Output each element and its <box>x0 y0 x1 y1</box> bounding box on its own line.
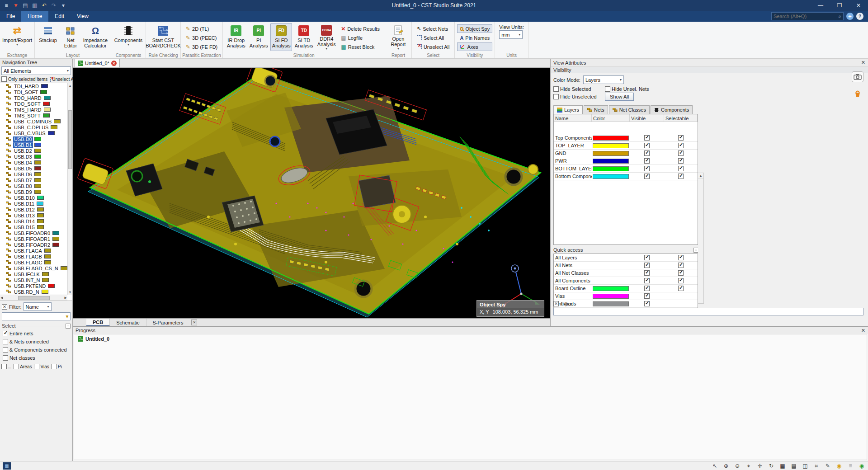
net-color-swatch[interactable] <box>54 119 61 123</box>
scroll-up-icon[interactable]: ▲ <box>68 83 72 88</box>
quick-color-swatch[interactable] <box>593 294 629 299</box>
mini-option[interactable]: Pi <box>52 364 62 369</box>
net-color-swatch[interactable] <box>37 202 43 206</box>
net-color-swatch[interactable] <box>34 172 41 176</box>
tree-item[interactable]: USB.D0 <box>0 136 67 142</box>
status-icon[interactable]: ↖ <box>711 463 718 469</box>
option-checkbox[interactable] <box>1 364 7 369</box>
table-scrollbar[interactable]: ▲ <box>698 173 704 304</box>
net-color-swatch[interactable] <box>37 207 44 212</box>
selectable-checkbox[interactable] <box>678 158 684 164</box>
status-icon[interactable]: ⌖ <box>745 463 752 469</box>
quick-access-row[interactable]: All Layers <box>554 254 698 262</box>
net-color-swatch[interactable] <box>43 102 50 106</box>
open-report-button[interactable]: Open Report ▾ <box>387 23 409 51</box>
layer-color-swatch[interactable] <box>593 136 629 141</box>
attributes-filter-input[interactable] <box>553 308 863 315</box>
net-color-swatch[interactable] <box>34 190 41 194</box>
option-checkbox[interactable] <box>34 364 39 369</box>
quick-access-row[interactable]: All Components <box>554 277 698 285</box>
net-color-swatch[interactable] <box>61 266 67 270</box>
boardcheck-button[interactable]: Start CST BOARDCHECK <box>148 23 178 51</box>
visible-checkbox[interactable] <box>644 293 650 299</box>
visible-checkbox[interactable] <box>644 270 650 276</box>
hide-selected-option[interactable]: Hide Selected <box>553 86 603 92</box>
option-checkbox[interactable] <box>14 364 19 369</box>
scroll-up-icon[interactable]: ▲ <box>698 173 703 179</box>
search-input[interactable] <box>774 14 838 19</box>
net-color-swatch[interactable] <box>42 290 48 294</box>
hide-unsel-nets-option[interactable]: Hide Unsel. Nets <box>605 86 865 92</box>
tree-item[interactable]: USB.D12 <box>0 207 67 212</box>
unselect-all-link[interactable]: Unselect All <box>52 77 75 82</box>
layer-row[interactable]: PWR <box>554 157 698 165</box>
tab-pcb[interactable]: PCB <box>86 319 110 326</box>
quick-color-swatch[interactable] <box>593 255 629 260</box>
net-color-swatch[interactable] <box>48 131 55 135</box>
net-color-swatch[interactable] <box>37 213 44 217</box>
minimize-button[interactable]: — <box>811 0 830 11</box>
tree-item[interactable]: USB.D10 <box>0 195 67 201</box>
net-color-swatch[interactable] <box>34 160 41 164</box>
tree-item[interactable]: USB.D8 <box>0 183 67 189</box>
units-select[interactable]: mm ▾ <box>499 30 523 39</box>
layer-row[interactable]: GND <box>554 150 698 157</box>
layer-row[interactable]: TOP_LAYER <box>554 142 698 150</box>
status-icon[interactable]: ◉ <box>835 463 843 469</box>
object-spy-button[interactable]: Object Spy <box>457 24 492 33</box>
delete-results-button[interactable]: ✕ Delete Results <box>338 24 382 33</box>
selectable-checkbox[interactable] <box>678 174 684 179</box>
quick-access-row[interactable]: Board Outline <box>554 285 698 292</box>
status-icon[interactable]: ✛ <box>756 463 764 469</box>
net-color-swatch[interactable] <box>34 137 41 141</box>
assistant-icon[interactable]: ✦ <box>846 13 854 20</box>
tree-item[interactable]: TDO_HARD <box>0 95 67 101</box>
selectable-checkbox[interactable] <box>678 270 684 276</box>
net-color-swatch[interactable] <box>42 278 49 282</box>
hide-selected-checkbox[interactable] <box>553 86 559 92</box>
only-selected-checkbox[interactable] <box>1 76 7 82</box>
status-icon[interactable]: ✎ <box>824 463 831 469</box>
net-color-swatch[interactable] <box>41 84 48 88</box>
tree-item[interactable]: USB.IFCLK <box>0 271 67 277</box>
hide-unselected-option[interactable]: Hide Unselected <box>553 93 603 101</box>
tab-components[interactable]: Components <box>651 105 693 114</box>
tab-s-parameters[interactable]: S-Parameters <box>146 319 190 326</box>
option-checkbox[interactable] <box>3 339 8 344</box>
tree-item[interactable]: USB.D2 <box>0 148 67 154</box>
layer-row[interactable]: Top Components <box>554 134 698 142</box>
status-icon[interactable]: ◉ <box>858 463 865 469</box>
3d-peec-button[interactable]: ✎ 3D (PEEC) <box>183 33 220 42</box>
option-checkbox[interactable] <box>52 364 57 369</box>
close-view-icon[interactable]: ✕ <box>191 320 197 325</box>
quick-color-swatch[interactable] <box>593 278 629 283</box>
layer-color-swatch[interactable] <box>593 166 629 171</box>
net-color-swatch[interactable] <box>43 113 50 118</box>
status-icon[interactable]: ▦ <box>779 463 786 469</box>
paint-bucket-icon[interactable] <box>853 89 862 99</box>
tab-view[interactable]: View <box>71 11 95 22</box>
tab-file[interactable]: File <box>0 11 21 22</box>
tree-horizontal-scrollbar[interactable]: ◀ ▶ <box>0 295 67 301</box>
net-list[interactable]: TDI_HARD TDI_SOFT TDO_HARD TDO_SOFT <box>0 83 67 295</box>
quick-access-icon[interactable]: ≡ <box>2 1 11 10</box>
si-fd-analysis-button[interactable]: FD SI FD Analysis <box>270 23 292 51</box>
reset-block-button[interactable]: ▦ Reset Block <box>338 42 382 51</box>
layer-color-swatch[interactable] <box>593 159 629 164</box>
stackup-button[interactable]: Stackup <box>37 23 59 51</box>
tree-item[interactable]: USB.D11 <box>0 201 67 207</box>
filter-by-select[interactable]: Name ▾ <box>24 302 52 311</box>
import-export-button[interactable]: ⇄ Import/Export ▾ <box>2 23 32 51</box>
tree-item[interactable]: USB.D13 <box>0 212 67 218</box>
axes-button[interactable]: Axes <box>457 42 492 51</box>
net-color-swatch[interactable] <box>44 249 51 253</box>
visible-checkbox[interactable] <box>644 150 650 156</box>
scroll-left-icon[interactable]: ◀ <box>0 296 3 300</box>
status-icon[interactable]: ≡ <box>847 463 854 469</box>
net-color-swatch[interactable] <box>44 96 51 100</box>
close-tab-icon[interactable]: ✕ <box>111 61 117 66</box>
tree-item[interactable]: USB.D4 <box>0 160 67 165</box>
hide-unsel-nets-checkbox[interactable] <box>605 86 610 92</box>
tree-item[interactable]: USB_C.DPLUS <box>0 124 67 130</box>
layer-color-swatch[interactable] <box>593 151 629 156</box>
